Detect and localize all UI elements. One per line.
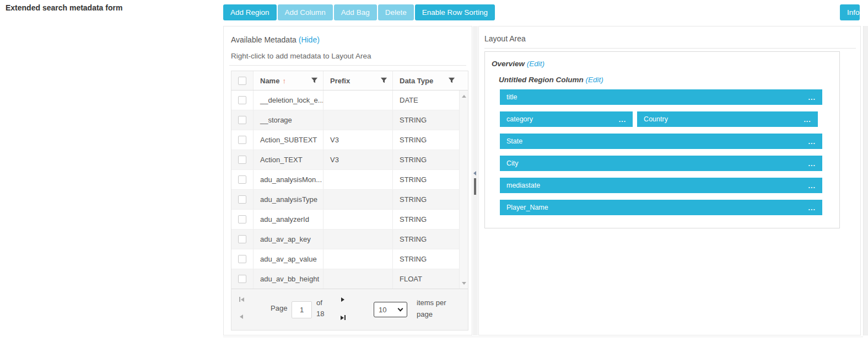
cell-datatype: DATE	[393, 90, 460, 110]
row-checkbox[interactable]	[238, 195, 246, 204]
toolbar-button[interactable]: Delete	[378, 4, 414, 20]
table-row[interactable]: adu_analysisType STRING	[231, 190, 460, 210]
layout-field-label: category	[506, 115, 533, 123]
region-column-header: Untitled Region Column (Edit)	[499, 76, 603, 84]
last-page-button[interactable]	[341, 315, 346, 320]
scroll-down-icon[interactable]	[462, 282, 466, 285]
panel-splitter[interactable]	[473, 26, 478, 335]
region-name: Overview	[492, 60, 525, 68]
layout-field[interactable]: title ...	[500, 89, 822, 105]
row-checkbox-cell	[231, 230, 254, 249]
hide-link[interactable]: (Hide)	[299, 35, 320, 44]
table-row[interactable]: adu_analyzerId STRING	[231, 210, 460, 230]
region-column-name: Untitled Region Column	[499, 76, 584, 84]
table-row[interactable]: Action_TEXT V3 STRING	[231, 150, 460, 170]
column-header-prefix[interactable]: Prefix	[324, 71, 393, 90]
row-checkbox[interactable]	[238, 116, 246, 124]
of-label: of	[316, 299, 322, 307]
cell-datatype: STRING	[393, 210, 460, 229]
available-metadata-panel: Available Metadata (Hide) Right-click to…	[223, 26, 472, 335]
page-title: Extended search metadata form	[6, 3, 122, 12]
column-label-prefix: Prefix	[330, 77, 350, 85]
toolbar-button[interactable]: Add Region	[223, 4, 277, 20]
region-header: Overview (Edit)	[492, 60, 544, 68]
row-checkbox-cell	[231, 269, 254, 289]
row-checkbox-cell	[231, 150, 254, 169]
first-page-button[interactable]	[239, 297, 244, 302]
row-checkbox[interactable]	[238, 255, 246, 263]
cell-prefix	[324, 210, 393, 229]
layout-field-label: mediastate	[506, 182, 540, 189]
row-checkbox[interactable]	[238, 275, 246, 283]
page-size-select[interactable]: 10	[374, 302, 407, 317]
filter-icon-prefix[interactable]	[380, 77, 387, 84]
layout-area-title: Layout Area	[484, 34, 526, 43]
items-per-label: items per	[417, 299, 446, 307]
select-all-checkbox[interactable]	[238, 77, 246, 85]
divider	[484, 48, 856, 49]
toolbar-button[interactable]: Add Column	[278, 4, 333, 20]
table-row[interactable]: Action_SUBTEXT V3 STRING	[231, 130, 460, 150]
filter-icon-name[interactable]	[311, 77, 318, 84]
cell-name: adu_av_ap_key	[254, 230, 324, 249]
filter-icon-datatype[interactable]	[448, 77, 455, 84]
layout-field[interactable]: Player_Name ...	[500, 200, 822, 215]
chevron-down-icon	[398, 306, 403, 311]
column-header-datatype[interactable]: Data Type	[393, 71, 460, 90]
page-number-input[interactable]	[292, 301, 312, 318]
collapse-left-icon[interactable]	[473, 171, 476, 175]
table-row[interactable]: __deletion_lock_e... DATE	[231, 90, 460, 110]
cell-prefix: V3	[324, 130, 393, 150]
grid-body: __deletion_lock_e... DATE __storage STRI…	[231, 90, 460, 289]
column-header-name[interactable]: Name ↑	[254, 71, 324, 90]
next-page-button[interactable]	[341, 297, 344, 302]
table-row[interactable]: adu_av_ap_key STRING	[231, 230, 460, 249]
info-button[interactable]: Info	[840, 4, 860, 20]
cell-name: adu_av_ap_value	[254, 249, 324, 269]
toolbar-button[interactable]: Add Bag	[334, 4, 377, 20]
previous-page-button[interactable]	[240, 315, 243, 319]
layout-field[interactable]: State ...	[500, 134, 822, 149]
row-checkbox-cell	[231, 170, 254, 189]
table-row[interactable]: adu_av_ap_value STRING	[231, 249, 460, 269]
table-row[interactable]: adu_av_bb_height FLOAT	[231, 269, 460, 289]
layout-field[interactable]: Country ...	[637, 111, 818, 127]
row-checkbox[interactable]	[238, 175, 246, 184]
scroll-up-icon[interactable]	[462, 95, 466, 98]
cell-name: adu_analysisType	[254, 190, 324, 209]
page-label: Page	[271, 304, 287, 312]
region-edit-link[interactable]: (Edit)	[527, 60, 544, 68]
cell-prefix	[324, 230, 393, 249]
table-scrollbar[interactable]	[459, 90, 468, 289]
layout-field-label: Player_Name	[506, 204, 548, 211]
cell-prefix	[324, 170, 393, 189]
row-checkbox[interactable]	[238, 96, 246, 104]
cell-name: __deletion_lock_e...	[254, 90, 324, 110]
layout-field-label: City	[506, 159, 519, 167]
row-checkbox[interactable]	[238, 215, 246, 223]
row-checkbox[interactable]	[238, 235, 246, 243]
region-column-edit-link[interactable]: (Edit)	[586, 76, 603, 84]
cell-prefix	[324, 269, 393, 289]
available-metadata-label: Available Metadata	[231, 35, 296, 44]
divider	[223, 337, 863, 337]
layout-field[interactable]: City ...	[500, 156, 822, 171]
cell-prefix	[324, 190, 393, 209]
cell-datatype: FLOAT	[393, 269, 460, 289]
row-checkbox-cell	[231, 190, 254, 209]
row-checkbox[interactable]	[238, 156, 246, 164]
column-label-name: Name	[260, 77, 279, 85]
toolbar-button[interactable]: Enable Row Sorting	[415, 4, 495, 20]
row-checkbox[interactable]	[238, 136, 246, 144]
page-scrollbar[interactable]	[863, 26, 868, 335]
layout-field[interactable]: category ...	[500, 111, 633, 127]
layout-field[interactable]: mediastate ...	[500, 178, 822, 193]
table-row[interactable]: __storage STRING	[231, 110, 460, 130]
table-row[interactable]: adu_analysisMon... STRING	[231, 170, 460, 190]
splitter-drag-handle[interactable]	[474, 178, 476, 195]
cell-prefix	[324, 90, 393, 110]
select-all-cell	[231, 71, 254, 90]
metadata-grid: Name ↑ Prefix Data Type	[231, 71, 468, 331]
cell-datatype: STRING	[393, 170, 460, 189]
grid-header: Name ↑ Prefix Data Type	[231, 71, 468, 90]
